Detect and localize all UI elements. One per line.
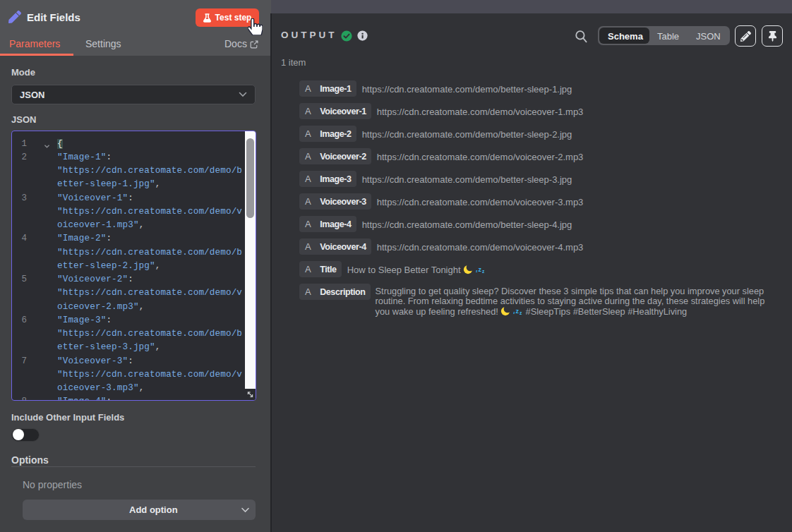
- svg-text:z: z: [515, 308, 519, 315]
- svg-text:z: z: [520, 310, 522, 315]
- svg-text:z: z: [478, 266, 481, 273]
- svg-text:z: z: [482, 269, 485, 274]
